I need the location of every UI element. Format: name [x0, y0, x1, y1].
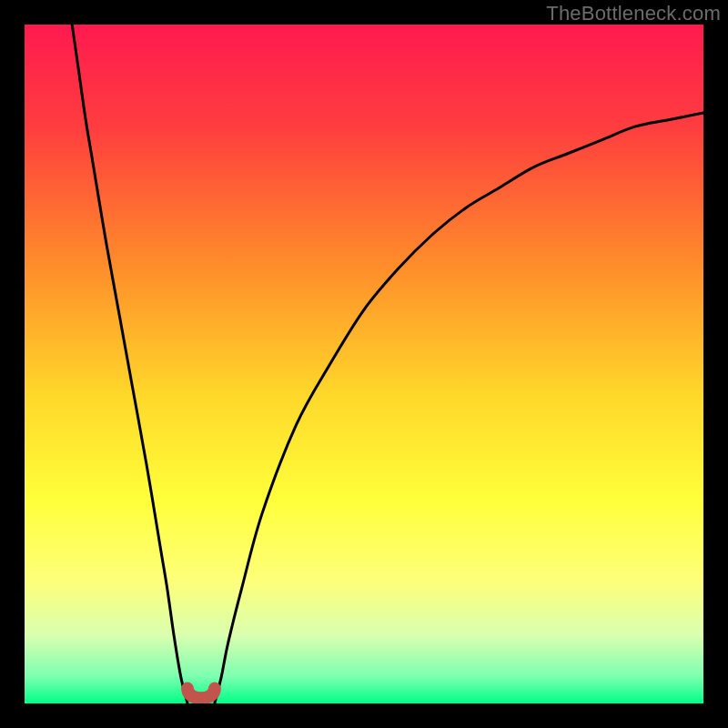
chart-svg	[25, 25, 703, 703]
gradient-background	[25, 25, 703, 703]
outer-frame: TheBottleneck.com	[0, 0, 728, 728]
plot-area	[25, 25, 703, 703]
watermark-text: TheBottleneck.com	[546, 2, 721, 25]
